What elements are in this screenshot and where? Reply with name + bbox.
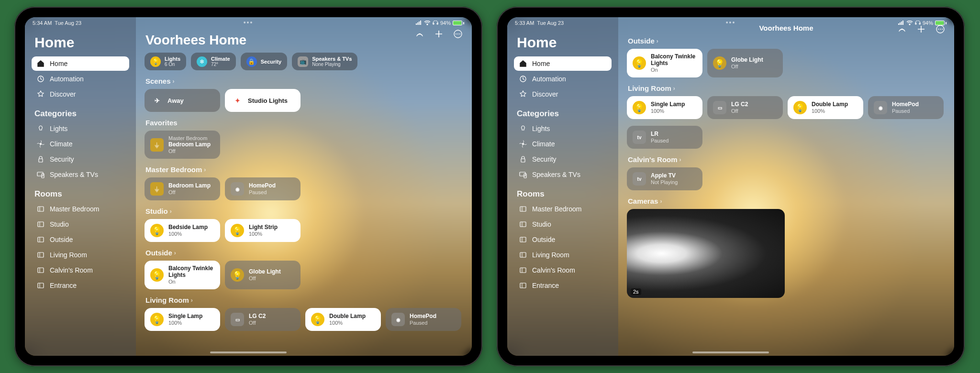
tile-master-lamp[interactable]: ⏚ Bedroom LampOff	[145, 177, 220, 200]
tile-living-homepod[interactable]: ◉ HomePodPaused	[386, 308, 461, 331]
clock-icon	[519, 75, 527, 83]
sidebar-cat-speakers[interactable]: Speakers & TVs	[32, 167, 129, 182]
tile-living-single[interactable]: 💡Single Lamp100%	[627, 96, 702, 119]
headphones-icon	[433, 21, 438, 25]
battery-icon	[453, 21, 464, 25]
tile-living-double[interactable]: 💡Double Lamp100%	[788, 96, 863, 119]
room-icon	[36, 220, 45, 229]
sidebar-cat-lights[interactable]: Lights	[514, 121, 612, 136]
sidebar-room-master[interactable]: Master Bedroom	[514, 202, 612, 216]
sidebar-rooms-label: Rooms	[34, 189, 126, 199]
sidebar-room-studio[interactable]: Studio	[32, 217, 129, 231]
homepod-icon: ◉	[874, 101, 887, 114]
category-pill-speakers[interactable]: 📺 Speakers & TVsNone Playing	[292, 53, 357, 70]
sidebar-nav-home[interactable]: Home	[514, 56, 612, 71]
sidebar-nav-home[interactable]: Home	[32, 56, 129, 71]
tile-living-homepod[interactable]: ◉HomePodPaused	[868, 96, 944, 119]
sidebar-room-label: Living Room	[50, 251, 87, 259]
home-indicator[interactable]	[210, 351, 287, 353]
category-pill-climate[interactable]: ❄︎ Climate72°	[191, 53, 236, 70]
section-favorites[interactable]: Favorites	[145, 119, 463, 127]
lightbulb-icon: 💡	[150, 313, 164, 326]
house-icon	[36, 59, 45, 68]
tile-living-lg[interactable]: ▭LG C2Off	[707, 96, 783, 119]
sidebar-nav-discover[interactable]: Discover	[514, 87, 612, 101]
sidebar-room-label: Outside	[50, 236, 73, 243]
sidebar-nav-discover[interactable]: Discover	[32, 87, 129, 101]
svg-rect-3	[37, 172, 43, 176]
sidebar-cat-climate[interactable]: Climate	[514, 137, 612, 151]
sidebar-cat-lights[interactable]: Lights	[32, 121, 129, 136]
svg-point-27	[938, 29, 939, 30]
tile-outside-globe[interactable]: 💡 Globe LightOff	[225, 261, 301, 289]
lightbulb-icon: 💡	[150, 56, 161, 67]
room-icon	[519, 235, 527, 244]
status-time: 5:33 AM	[515, 20, 534, 26]
room-icon	[519, 205, 527, 213]
home-indicator[interactable]	[692, 351, 769, 353]
sidebar-nav-automation[interactable]: Automation	[514, 72, 612, 86]
category-pill-lights[interactable]: 💡 Lights6 On	[145, 53, 186, 70]
more-icon[interactable]	[454, 30, 462, 38]
tile-outside-twinkle[interactable]: 💡 Balcony Twinkle LightsOn	[145, 261, 220, 289]
multitask-dots[interactable]: •••	[244, 19, 254, 26]
sidebar-nav-automation[interactable]: Automation	[32, 72, 129, 86]
sidebar-room-calvin[interactable]: Calvin's Room	[32, 263, 129, 277]
scene-away[interactable]: ✈︎ Away	[145, 89, 220, 112]
sidebar-cat-security[interactable]: Security	[514, 152, 612, 166]
sidebar-cat-security[interactable]: Security	[32, 152, 129, 166]
camera-preview[interactable]: 2s	[627, 209, 785, 298]
room-icon	[36, 235, 45, 244]
sidebar-room-studio[interactable]: Studio	[514, 217, 612, 231]
room-icon	[519, 251, 527, 259]
sidebar-room-living[interactable]: Living Room	[32, 248, 129, 262]
section-living[interactable]: Living Room›	[628, 84, 946, 92]
chevron-right-icon: ›	[173, 78, 175, 85]
intercom-icon[interactable]	[415, 30, 424, 38]
ipad-left: 5:34 AM Tue Aug 23 94% •••	[14, 7, 482, 366]
tile-living-double[interactable]: 💡 Double Lamp100%	[305, 308, 381, 331]
tile-fav-bedroom-lamp[interactable]: ⏚ Master BedroomBedroom LampOff	[145, 131, 220, 159]
svg-rect-20	[520, 207, 526, 211]
section-outside[interactable]: Outside›	[628, 37, 946, 45]
section-living[interactable]: Living Room›	[145, 296, 463, 304]
room-icon	[519, 266, 527, 274]
chevron-right-icon: ›	[657, 38, 658, 44]
tile-studio-strip[interactable]: 💡 Light Strip100%	[225, 219, 301, 242]
scene-studio-lights[interactable]: ✦ Studio Lights	[225, 89, 301, 112]
section-cameras[interactable]: Cameras›	[628, 197, 946, 205]
tile-living-lg[interactable]: ▭ LG C2Off	[225, 308, 301, 331]
sidebar-cat-label: Lights	[50, 125, 67, 132]
tile-studio-bedside[interactable]: 💡 Bedside Lamp100%	[145, 219, 220, 242]
sidebar: Home Home Automation Discover Categories…	[507, 17, 618, 356]
section-outside[interactable]: Outside›	[145, 249, 463, 257]
sidebar-room-outside[interactable]: Outside	[514, 232, 612, 247]
tile-calvin-atv[interactable]: tvApple TVNot Playing	[627, 167, 702, 190]
tile-master-homepod[interactable]: ◉ HomePodPaused	[225, 177, 301, 200]
section-scenes[interactable]: Scenes›	[145, 77, 463, 85]
section-master[interactable]: Master Bedroom›	[145, 165, 463, 174]
sidebar-room-label: Outside	[532, 236, 555, 243]
category-pill-security[interactable]: 🔒 Security	[241, 53, 287, 70]
section-calvin[interactable]: Calvin's Room›	[628, 155, 946, 164]
sidebar-room-living[interactable]: Living Room	[514, 248, 612, 262]
sidebar-room-entrance[interactable]: Entrance	[514, 278, 612, 293]
tile-outside-twinkle[interactable]: 💡Balcony Twinkle LightsOn	[627, 49, 702, 77]
add-icon[interactable]	[434, 30, 443, 38]
svg-rect-5	[38, 207, 44, 211]
tile-outside-globe[interactable]: 💡Globe LightOff	[707, 49, 783, 77]
sidebar-room-calvin[interactable]: Calvin's Room	[514, 263, 612, 277]
sidebar-room-entrance[interactable]: Entrance	[32, 278, 129, 293]
sidebar-cat-climate[interactable]: Climate	[32, 137, 129, 151]
multitask-dots[interactable]: •••	[726, 19, 736, 26]
status-date: Tue Aug 23	[55, 20, 81, 26]
outlet-icon: ⏚	[150, 138, 164, 152]
sidebar-room-master[interactable]: Master Bedroom	[32, 202, 129, 216]
tile-living-lr[interactable]: tvLRPaused	[627, 126, 702, 149]
signal-icon	[415, 21, 422, 25]
lightbulb-icon: 💡	[633, 101, 646, 114]
sidebar-room-outside[interactable]: Outside	[32, 232, 129, 247]
tile-living-single[interactable]: 💡 Single Lamp100%	[145, 308, 220, 331]
section-studio[interactable]: Studio›	[145, 207, 463, 215]
sidebar-cat-speakers[interactable]: Speakers & TVs	[514, 167, 612, 182]
